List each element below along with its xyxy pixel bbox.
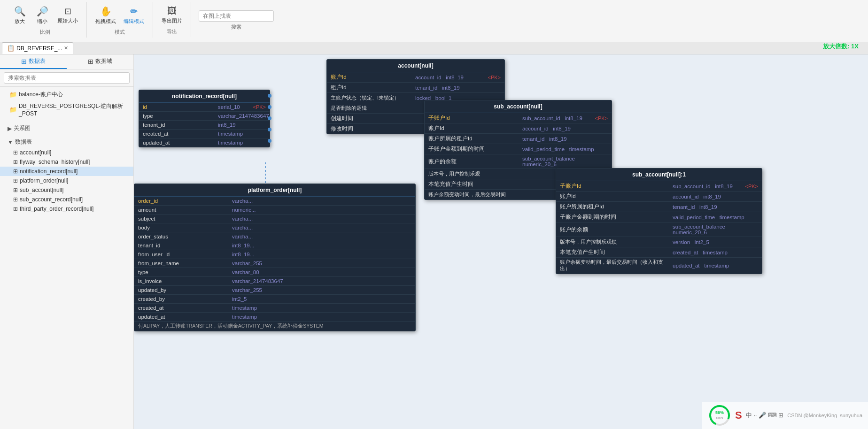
zoom-indicator: 放大倍数: 1X <box>823 42 859 51</box>
table-row-icon-notification: ⊞ <box>13 168 18 175</box>
col-name: 本笔充值产生时间 <box>560 249 673 256</box>
col-name: 账户Id <box>331 74 415 81</box>
zoom-out-label: 缩小 <box>37 18 47 25</box>
col-name: 租户Id <box>331 84 415 91</box>
col-type: timestamp <box>218 140 266 146</box>
col-type: account_id int8_19 <box>673 194 758 199</box>
table-row: 子账户Id sub_account_id int8_19 <PK> <box>556 181 762 192</box>
sidebar-item-sub-account[interactable]: ⊞ sub_account[null] <box>0 185 133 195</box>
sidebar-tab-fields[interactable]: ⊞ 数据域 <box>67 54 133 69</box>
col-type: varchar_2147483647 <box>218 113 269 119</box>
table-row: updated_at timestamp <box>139 138 270 147</box>
col-name: 账户Id <box>560 193 673 200</box>
col-type: varchar_255 <box>232 287 411 293</box>
sidebar-item-balance[interactable]: 📁 balance-账户中心 <box>0 89 133 100</box>
svg-text:56%: 56% <box>715 410 724 415</box>
table-row-icon-flyway: ⊞ <box>13 159 18 165</box>
table-row-icon-platform: ⊞ <box>13 177 18 184</box>
col-type: timestamp <box>218 131 266 137</box>
drag-mode-button[interactable]: ✋ 拖拽模式 <box>93 4 119 27</box>
table-row-partial: 付ALIPAY，人工转账TRANSFER，活动赠金ACTIVITY_PAY，系统… <box>134 322 415 331</box>
zoom-out-icon: 🔎 <box>37 6 48 17</box>
sidebar-tables-header[interactable]: ▼ 数据表 <box>0 136 133 148</box>
sidebar-item-sub-account-record[interactable]: ⊞ sub_account_record[null] <box>0 195 133 204</box>
table-notification-record[interactable]: notification_record[null] id serial_10 <… <box>139 90 270 147</box>
zoom-out-button[interactable]: 🔎 缩小 <box>32 4 53 27</box>
table-platform-order[interactable]: platform_order[null] order_id varcha... … <box>134 184 416 331</box>
col-type: varcha... <box>232 234 411 239</box>
table-row: type varchar_2147483647 <box>139 112 270 121</box>
col-name: 账户所属的租户Id <box>428 135 522 142</box>
col-name: 子账户金额到期的时间 <box>560 214 673 221</box>
col-name: subject <box>138 216 232 222</box>
table-icon: ⊞ <box>21 58 27 65</box>
zoom-in-button[interactable]: 🔍 放大 <box>9 4 30 27</box>
toolbar-zoom-buttons: 🔍 放大 🔎 缩小 ⊡ 原始大小 <box>9 4 81 27</box>
export-image-icon: 🖼 <box>167 6 177 16</box>
bottom-bar: 56% 0K/s S 中 ·· 🎤 ⌨ ⊞ CSDN @MonkeyKing_s… <box>702 402 868 429</box>
col-type: varcha... <box>232 225 411 230</box>
sidebar-item-db-reverse[interactable]: 📁 DB_REVERSE_POSTGRESQL-逆向解析_POST <box>0 100 133 119</box>
col-name: 版本号，用户控制乐观锁 <box>560 238 673 245</box>
edit-icon: ✏ <box>130 6 138 17</box>
edit-mode-button[interactable]: ✏ 编辑模式 <box>121 4 147 27</box>
sidebar-item-notification-label: notification_record[null] <box>20 168 78 175</box>
chevron-right-icon: ▶ <box>8 125 12 132</box>
col-name: 账户Id <box>428 125 522 132</box>
tab-close-button[interactable]: ✕ <box>64 45 68 51</box>
table-row-icon-third: ⊞ <box>13 206 18 212</box>
sidebar-item-flyway-label: flyway_schema_history[null] <box>20 159 90 165</box>
col-type: varchar_255 <box>232 260 411 266</box>
col-name: is_invoice <box>138 278 232 284</box>
tab-db-reverse[interactable]: 📋 DB_REVERSE_... ✕ <box>2 42 73 54</box>
sidebar-item-platform-order[interactable]: ⊞ platform_order[null] <box>0 176 133 185</box>
drag-icon: ✋ <box>100 6 112 17</box>
table-sub-account-1[interactable]: sub_account[null]:1 子账户Id sub_account_id… <box>556 168 762 274</box>
chevron-down-icon: ▼ <box>8 139 13 146</box>
sidebar: ⊞ 数据表 ⊞ 数据域 📁 balance-账户中心 📁 DB_REVERSE_… <box>0 54 134 429</box>
sidebar-item-notification[interactable]: ⊞ notification_record[null] <box>0 167 133 176</box>
col-name: type <box>143 113 218 119</box>
table-row-icon-sub-record: ⊞ <box>13 196 18 203</box>
table-row: subject varcha... <box>134 214 415 223</box>
table-row: 租户Id tenant_id int8_19 <box>327 83 504 93</box>
sidebar-tab-tables[interactable]: ⊞ 数据表 <box>0 54 67 69</box>
sidebar-item-account[interactable]: ⊞ account[null] <box>0 148 133 157</box>
col-type: sub_account_id int8_19 <box>673 184 743 189</box>
sidebar-item-balance-label: balance-账户中心 <box>19 91 63 99</box>
tab-label: DB_REVERSE_... <box>16 45 62 52</box>
sidebar-item-flyway[interactable]: ⊞ flyway_schema_history[null] <box>0 157 133 167</box>
col-key: <PK> <box>488 75 501 80</box>
search-input[interactable] <box>199 10 274 22</box>
table-sub-account-header: sub_account[null] <box>425 100 612 113</box>
sidebar-item-platform-label: platform_order[null] <box>20 177 68 184</box>
export-image-button[interactable]: 🖼 导出图片 <box>159 4 185 26</box>
col-type: sub_account_balance numeric_20_6 <box>522 156 608 167</box>
table-row: tenant_id int8_19... <box>134 241 415 250</box>
sidebar-search-input[interactable] <box>4 72 130 84</box>
table-row: is_invoice varchar_2147483647 <box>134 277 415 286</box>
table-platform-header: platform_order[null] <box>134 184 415 197</box>
sidebar-pinned-section: 📁 balance-账户中心 📁 DB_REVERSE_POSTGRESQL-逆… <box>0 87 133 121</box>
col-name: 账户余额变动时间，最后交易时间 <box>428 191 522 198</box>
zoom-reset-button[interactable]: ⊡ 原始大小 <box>54 4 81 26</box>
col-type: tenant_id int8_19 <box>522 136 608 142</box>
s-logo: S <box>735 409 742 421</box>
toolbar-mode-group-label: 模式 <box>115 29 125 36</box>
sidebar-item-third-party[interactable]: ⊞ third_party_order_record[null] <box>0 204 133 214</box>
table-row: 账户Id account_id int8_19 <PK> <box>327 72 504 83</box>
col-name: order_status <box>138 234 232 239</box>
sidebar-diagrams-label: 关系图 <box>14 124 31 132</box>
canvas-area[interactable]: notification_record[null] id serial_10 <… <box>134 54 868 429</box>
col-type: tenant_id int8_19 <box>673 204 758 210</box>
col-type: varcha... <box>232 216 411 222</box>
sidebar-tab-fields-label: 数据域 <box>95 57 112 65</box>
fields-icon: ⊞ <box>88 58 93 65</box>
toolbar-search-group: 搜索 <box>191 2 281 32</box>
sidebar-diagrams-header[interactable]: ▶ 关系图 <box>0 123 133 134</box>
col-name: 账户所属的租户Id <box>560 203 673 210</box>
table-row: updated_by varchar_255 <box>134 286 415 295</box>
sidebar-tables-subsection: ▼ 数据表 ⊞ account[null] ⊞ flyway_schema_hi… <box>0 134 133 215</box>
network-svg: 56% 0K/s <box>708 404 731 427</box>
col-type: int2_5 <box>232 296 411 302</box>
